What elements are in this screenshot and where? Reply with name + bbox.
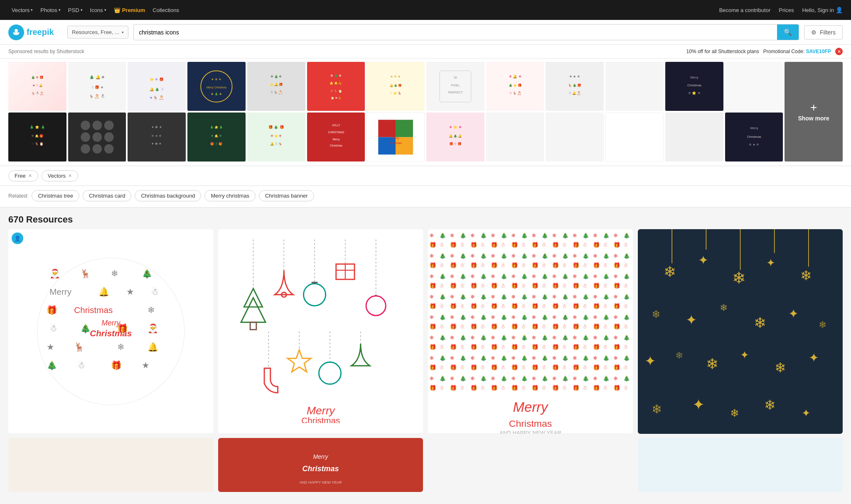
sponsored-thumb[interactable]: 🎄 ❄ 🎁 ★ ☃ 🔔 🦌 ⛄ 🎅 (8, 62, 66, 111)
svg-point-42 (81, 120, 90, 130)
sponsored-thumb[interactable]: ❄ 🎄 ❄ ⭐ 🔔 🎁 ☃ 🦌 🎅 🎅 ★ 🎁 (307, 62, 365, 111)
svg-text:✦ ❋ ✦: ✦ ❋ ✦ (151, 125, 162, 129)
sponsored-discount[interactable]: 10% off for all Shutterstock plans (686, 49, 759, 54)
related-tag-christmas-banner[interactable]: Christmas banner (259, 190, 314, 201)
related-tag-merry-christmas[interactable]: Merry christmas (204, 190, 255, 201)
nav-item-vectors[interactable]: Vectors ▾ (8, 5, 36, 15)
svg-text:Christmas: Christmas (687, 83, 701, 87)
sponsored-thumb[interactable]: Merry Christmas ❄ ⭐ ❄ (665, 62, 723, 111)
result-card-partial[interactable] (8, 438, 213, 492)
chevron-down-icon: ▾ (59, 8, 61, 12)
svg-text:✦: ✦ (740, 349, 750, 361)
sponsored-thumb[interactable]: Merry Christmas (366, 113, 425, 161)
svg-text:❄: ❄ (148, 305, 155, 315)
sponsored-thumb[interactable]: Merry Christmas ❄ ★ ❄ (725, 113, 783, 161)
sponsored-thumb[interactable]: ❄ ⭐ ❄ 🔔 🎄 🔔 🎁 ☃ 🎁 (426, 113, 485, 161)
results-grid-bottom: Merry Christmas AND HAPPY NEW YEAR (0, 438, 851, 500)
filters-button[interactable]: ⚙ Filters (804, 25, 843, 39)
svg-text:🎅 ★ 🎁: 🎅 ★ 🎁 (331, 96, 342, 100)
sponsored-thumb[interactable] (605, 62, 664, 111)
result-card[interactable]: ❄ ✦ ❄ ✦ ❄ ❄ ✦ ❄ ❄ ✦ ❄ ✦ ❄ ❄ ✦ ❄ ✦ ❄ ✦ (638, 229, 843, 434)
nav-item-icons[interactable]: Icons ▾ (87, 5, 110, 15)
sponsored-thumb[interactable]: 🎄 ⭐ 🎄 ❄ 🔔 ❄ 🎁 ☃ 🎁 (187, 113, 246, 161)
search-button[interactable]: 🔍 (777, 24, 799, 40)
svg-rect-133 (428, 229, 633, 393)
svg-text:☃: ☃ (49, 323, 57, 333)
sponsored-thumb[interactable]: ❄ 🎄 ❄ ⭐ 🔔 🎁 ☃ 🦌 🎅 (247, 62, 305, 111)
crown-icon: 👑 (114, 7, 121, 13)
svg-text:🎁 🎄 🎁: 🎁 🎄 🎁 (268, 125, 284, 130)
sponsored-thumb[interactable]: ❄ 🔔 ❄ 🎄 ⭐ 🎁 ☃ 🦌 🎅 (486, 62, 544, 111)
svg-text:❄ ⭐ ❄: ❄ ⭐ ❄ (688, 91, 701, 95)
sponsored-thumb[interactable]: 🎄 🔔 ❄ ☃ 🎁 ★ 🦌 🎅 ⛄ (68, 62, 126, 111)
svg-text:Merry Christmas: Merry Christmas (207, 86, 227, 89)
sponsored-grid: 🎄 ❄ 🎁 ★ ☃ 🔔 🦌 ⛄ 🎅 🎄 🔔 ❄ ☃ 🎁 ★ 🦌 🎅 ⛄ ⭐ ❄ … (0, 59, 851, 166)
svg-point-2 (17, 32, 19, 34)
result-card[interactable]: Merry Christmas and happy new year (218, 229, 423, 434)
sponsored-thumb[interactable] (68, 113, 126, 161)
search-input[interactable] (134, 26, 777, 39)
related-tag-christmas-card[interactable]: Christmas card (83, 190, 131, 201)
svg-text:✦: ✦ (802, 407, 811, 419)
search-type-selector[interactable]: Resources, Free, ... ▾ (67, 26, 128, 39)
result-card-partial[interactable] (428, 438, 633, 492)
result-card-partial[interactable]: Merry Christmas AND HAPPY NEW YEAR (218, 438, 423, 492)
sponsored-thumb[interactable] (486, 113, 544, 161)
filter-tag-vectors[interactable]: Vectors ✕ (42, 170, 78, 181)
svg-text:Christmas: Christmas (747, 135, 761, 139)
sponsored-thumb[interactable]: 🎄 ⭐ 🎄 ❄ 🔔 🎁 ☃ 🦌 🎅 (8, 113, 66, 161)
svg-text:✦: ✦ (692, 396, 705, 413)
show-more-button[interactable]: + Show more (785, 62, 843, 161)
result-card[interactable]: 👤 🎅🦌 ❄🎄 Merry 🔔★☃ 🎁Christmas ❄ ☃🎄 🎁🎅 ★🦌 … (8, 229, 213, 434)
svg-text:🎄 ❄ 🎁: 🎄 ❄ 🎁 (31, 76, 44, 79)
nav-item-psd[interactable]: PSD ▾ (65, 5, 86, 15)
related-tag-christmas-background[interactable]: Christmas background (135, 190, 201, 201)
svg-text:☃ 🦌 🎅: ☃ 🦌 🎅 (509, 91, 521, 95)
svg-text:★: ★ (141, 360, 149, 370)
nav-item-premium[interactable]: 👑 Premium (111, 5, 149, 15)
svg-text:Christmas: Christmas (330, 144, 342, 147)
sponsored-thumb[interactable] (605, 113, 664, 161)
filter-tag-free[interactable]: Free ✕ (8, 170, 38, 181)
logo[interactable]: freepik (8, 24, 62, 40)
nav-signin[interactable]: Hello, Sign in 👤 (802, 7, 843, 13)
chevron-down-icon: ▾ (31, 8, 33, 12)
svg-text:Christmas: Christmas (509, 418, 552, 429)
top-navigation: Vectors ▾ Photos ▾ PSD ▾ Icons ▾ 👑 Premi… (0, 0, 851, 20)
sponsored-thumb[interactable]: JOLLY CHRISTMAS Merry Christmas (307, 113, 365, 161)
close-sponsored-button[interactable]: ✕ (835, 48, 843, 55)
sponsored-thumb[interactable]: ❄ ★ ❄ 🦌 🎄 🎁 ☃ 🔔 🎅 (546, 62, 604, 111)
sponsored-thumb[interactable] (546, 113, 604, 161)
svg-text:Christmas: Christmas (90, 328, 132, 338)
logo-icon (8, 24, 24, 40)
svg-text:✦: ✦ (644, 353, 656, 369)
nav-become-contributor[interactable]: Become a contributor (719, 7, 771, 13)
svg-point-1 (14, 32, 16, 34)
sponsored-thumb[interactable]: ✦ ❋ ✦ ❄ ★ ❄ ✦ ❋ ✦ (128, 113, 186, 161)
svg-point-125 (319, 362, 341, 384)
svg-text:Christmas: Christmas (302, 465, 339, 473)
sponsored-thumb[interactable]: 🎁 🎄 🎁 ❄ ⭐ ❄ 🔔 ☃ 🦌 (247, 113, 305, 161)
result-card[interactable]: ❄ 🎄 🎁 ☃ Merry Christmas AND HAPPY NEW YE… (428, 229, 633, 434)
related-tag-christmas-tree[interactable]: Christmas tree (32, 190, 79, 201)
svg-text:Christmas: Christmas (301, 415, 340, 423)
nav-item-photos[interactable]: Photos ▾ (37, 5, 64, 15)
svg-text:🎄: 🎄 (80, 323, 91, 334)
show-more-plus-icon: + (810, 102, 817, 113)
svg-point-118 (366, 296, 386, 315)
nav-prices[interactable]: Prices (779, 7, 794, 13)
sponsored-thumb[interactable] (665, 113, 723, 161)
sponsored-thumb[interactable]: ⭐ ❄ 🎁 🔔 🎄 ☃ ★ 🦌 🎅 (128, 62, 186, 111)
svg-marker-109 (241, 298, 266, 322)
svg-text:❄: ❄ (754, 314, 766, 331)
search-input-container: 🔍 (133, 24, 799, 40)
sponsored-thumb[interactable]: 32 PIXEL PERFECT (426, 62, 485, 111)
svg-text:🔔: 🔔 (148, 341, 158, 352)
svg-text:⭐ ❄ 🎁: ⭐ ❄ 🎁 (150, 77, 164, 82)
sponsored-thumb[interactable] (725, 62, 783, 111)
result-card-partial[interactable] (638, 438, 843, 492)
svg-point-43 (92, 120, 102, 130)
nav-item-collections[interactable]: Collections (149, 5, 182, 15)
sponsored-thumb[interactable]: ★ ❄ ★ 🔔 🎄 🎁 ☃ ⭐ 🦌 (366, 62, 425, 111)
sponsored-thumb[interactable]: ✦ ❄ ✦ Merry Christmas ★ 🎄 ★ (187, 62, 246, 111)
